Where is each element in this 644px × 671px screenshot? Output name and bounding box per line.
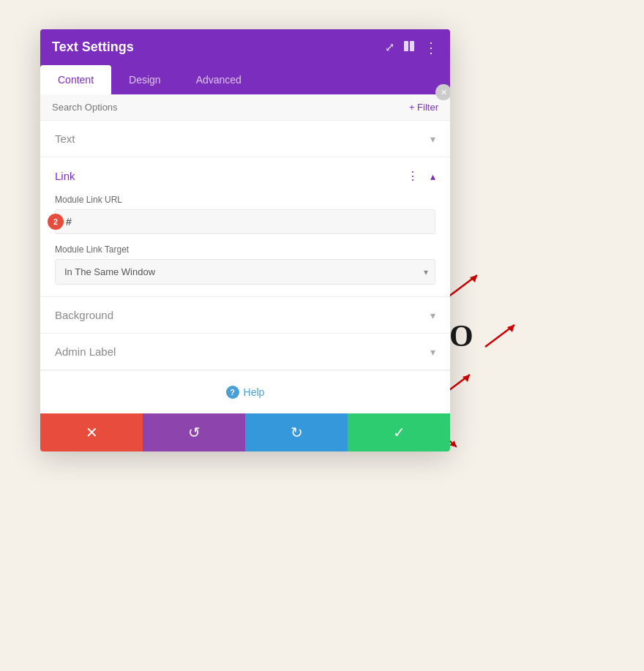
redo-button[interactable]: ↻	[245, 413, 348, 451]
save-button[interactable]: ✓	[348, 413, 450, 451]
section-text-title: Text	[55, 132, 75, 145]
section-text-header[interactable]: Text ▾	[40, 121, 450, 157]
section-background-title: Background	[55, 309, 113, 321]
svg-rect-10	[404, 41, 408, 51]
section-background: Background ▾	[40, 297, 450, 334]
section-text-toggle[interactable]: ▾	[430, 133, 435, 145]
svg-rect-11	[410, 41, 414, 51]
cancel-button[interactable]: ✕	[40, 413, 143, 451]
search-input[interactable]	[52, 102, 409, 113]
arrow-portfolio	[482, 321, 518, 351]
section-background-toggle[interactable]: ▾	[430, 310, 435, 321]
tabs-wrapper: Content Design Advanced ✕	[40, 65, 450, 94]
panel-footer: ? Help	[40, 370, 450, 413]
section-link-toggle[interactable]: ▴	[430, 170, 435, 182]
close-panel-button[interactable]: ✕	[435, 84, 450, 100]
help-icon: ?	[226, 386, 239, 399]
tab-advanced[interactable]: Advanced	[179, 65, 259, 94]
section-link-content: Module Link URL 2 Module Link Target In …	[40, 195, 450, 296]
field-url-wrapper: 2	[55, 209, 435, 234]
action-bar: ✕ ↺ ↻ ✓	[40, 413, 450, 451]
panel-title: Text Settings	[52, 40, 134, 55]
panel-header-actions: ⤢ ⋮	[385, 40, 438, 55]
tab-content[interactable]: Content	[40, 65, 111, 94]
help-link[interactable]: ? Help	[226, 386, 265, 399]
section-link: Link ⋮ ▴ Module Link URL 2 Module Link T…	[40, 157, 450, 297]
filter-button[interactable]: + Filter	[409, 102, 438, 113]
section-link-menu[interactable]: ⋮	[407, 169, 419, 183]
expand-icon[interactable]: ⤢	[385, 40, 394, 54]
section-admin-label-header[interactable]: Admin Label ▾	[40, 334, 450, 370]
panel-body: Text ▾ Link ⋮ ▴ Module Link URL 2	[40, 121, 450, 370]
section-text: Text ▾	[40, 121, 450, 157]
undo-button[interactable]: ↺	[143, 413, 245, 451]
module-link-target-select[interactable]: In The Same Window In The New Window	[55, 259, 435, 285]
module-link-url-input[interactable]	[55, 209, 435, 234]
more-icon[interactable]: ⋮	[424, 40, 438, 55]
search-bar: + Filter	[40, 94, 450, 121]
tab-design[interactable]: Design	[111, 65, 179, 94]
field-url-badge: 2	[48, 214, 64, 230]
section-admin-label-title: Admin Label	[55, 345, 116, 358]
section-admin-label-toggle[interactable]: ▾	[430, 346, 435, 358]
section-link-header[interactable]: Link ⋮ ▴	[40, 157, 450, 195]
field-target-wrapper: In The Same Window In The New Window ▾	[55, 259, 435, 285]
section-link-title: Link	[55, 170, 75, 182]
panel-header: Text Settings ⤢ ⋮	[40, 29, 450, 65]
help-label: Help	[244, 386, 265, 398]
columns-icon[interactable]	[403, 40, 415, 55]
section-background-header[interactable]: Background ▾	[40, 297, 450, 333]
field-target-label: Module Link Target	[55, 244, 435, 255]
section-admin-label: Admin Label ▾	[40, 334, 450, 370]
field-url-label: Module Link URL	[55, 195, 435, 205]
settings-panel: Text Settings ⤢ ⋮ Content Design Advance…	[40, 29, 450, 451]
